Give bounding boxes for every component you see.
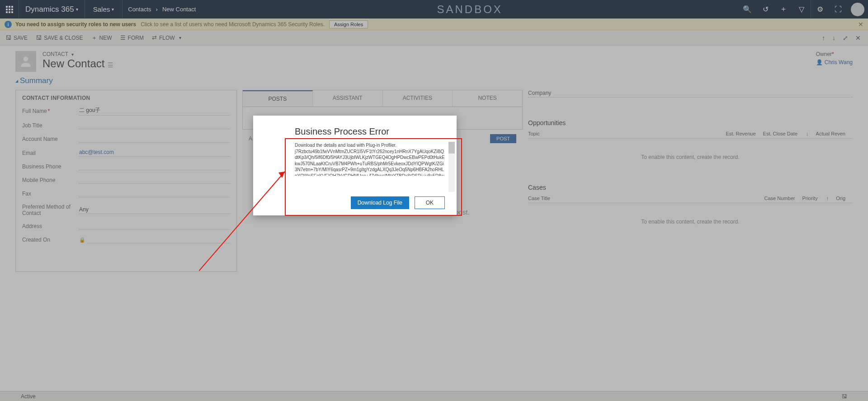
ok-button[interactable]: OK [415,196,445,209]
dialog-scrollbar[interactable] [448,142,455,192]
dialog-body: Download the details and load with Plug-… [295,142,445,176]
dialog-title: Business Process Error [295,126,445,137]
error-dialog: Business Process Error Download the deta… [253,116,457,215]
download-log-button[interactable]: Download Log File [351,196,409,209]
